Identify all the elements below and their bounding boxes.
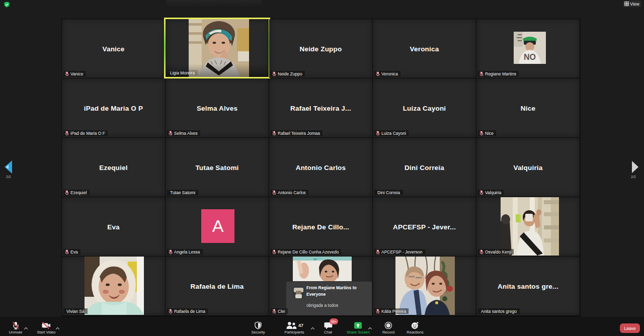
svg-text:NO: NO — [524, 53, 536, 61]
